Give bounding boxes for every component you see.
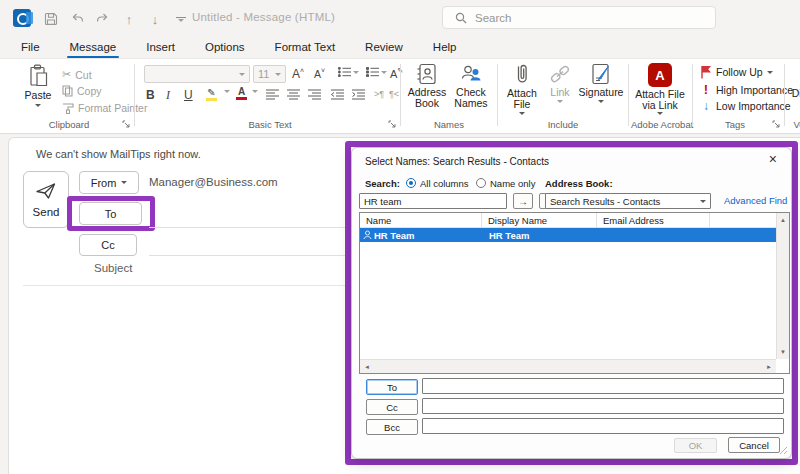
- align-right-button[interactable]: [308, 89, 321, 100]
- high-importance-button[interactable]: ! High Importance: [700, 82, 793, 97]
- dialog-to-button[interactable]: To: [366, 379, 418, 395]
- highlight-color-button[interactable]: ✎: [206, 87, 217, 101]
- dialog-cc-field[interactable]: [422, 398, 784, 414]
- address-book-button[interactable]: Address Book: [406, 63, 448, 109]
- copy-button[interactable]: Copy: [62, 85, 102, 97]
- scroll-down-icon[interactable]: ▼: [780, 349, 786, 355]
- column-header-email[interactable]: Email Address: [597, 213, 710, 227]
- signature-icon: [590, 63, 612, 85]
- subject-label: Subject: [94, 262, 132, 274]
- font-family-combo[interactable]: [144, 65, 250, 83]
- decrease-indent-button[interactable]: [331, 89, 344, 100]
- radio-all-columns-label: All columns: [420, 178, 469, 189]
- basic-text-group-label: Basic Text: [200, 119, 340, 130]
- resize-grip-icon[interactable]: [779, 446, 788, 455]
- numbering-button[interactable]: [366, 67, 387, 77]
- copy-icon: [62, 85, 73, 97]
- go-button[interactable]: →: [513, 193, 533, 209]
- customize-quick-access-icon[interactable]: [168, 10, 194, 28]
- shrink-font-button[interactable]: A˅: [314, 67, 325, 80]
- scroll-up-icon[interactable]: ▲: [780, 217, 786, 223]
- clipboard-dialog-launcher-icon[interactable]: [122, 120, 130, 128]
- increase-indent-button[interactable]: [352, 89, 365, 100]
- clear-formatting-button[interactable]: A✎: [390, 67, 403, 80]
- low-importance-icon: ↓: [700, 99, 712, 113]
- scroll-right-icon[interactable]: ►: [766, 364, 772, 370]
- to-field-underline: [149, 227, 346, 228]
- align-center-button[interactable]: [287, 89, 300, 100]
- cc-button[interactable]: Cc: [79, 234, 137, 256]
- dialog-bcc-field[interactable]: [422, 418, 784, 434]
- from-button[interactable]: From: [79, 171, 139, 194]
- radio-all-columns[interactable]: [406, 178, 416, 188]
- contact-name: HR Team: [374, 230, 482, 241]
- bold-button[interactable]: B: [146, 88, 155, 102]
- move-down-icon[interactable]: ↓: [142, 10, 168, 28]
- search-input[interactable]: Search: [442, 6, 716, 29]
- cc-field-underline: [149, 255, 346, 256]
- follow-up-button[interactable]: Follow Up: [700, 65, 773, 79]
- move-up-icon[interactable]: ↑: [116, 10, 142, 28]
- tab-format-text[interactable]: Format Text: [260, 36, 351, 58]
- check-names-button[interactable]: Check Names: [450, 63, 492, 109]
- vertical-scrollbar[interactable]: ▲ ▼: [776, 213, 789, 359]
- scroll-left-icon[interactable]: ◄: [364, 364, 370, 370]
- dialog-title: Select Names: Search Results - Contacts: [365, 156, 549, 167]
- signature-button[interactable]: Signature: [578, 63, 624, 103]
- acrobat-icon: A: [648, 63, 672, 87]
- contact-row-selected[interactable]: HR Team HR Team: [360, 228, 776, 242]
- tab-review[interactable]: Review: [350, 36, 418, 58]
- font-color-icon: A: [238, 87, 245, 97]
- cut-button[interactable]: ✂ Cut: [62, 68, 92, 81]
- attach-file-button[interactable]: Attach File: [502, 63, 542, 115]
- radio-name-only[interactable]: [476, 178, 486, 188]
- bullets-button[interactable]: [338, 67, 359, 77]
- paste-button[interactable]: Paste: [16, 64, 60, 107]
- underline-button[interactable]: U: [184, 88, 193, 102]
- advanced-find-link[interactable]: Advanced Find: [724, 195, 787, 206]
- font-size-combo[interactable]: 11: [253, 65, 286, 83]
- tab-file[interactable]: File: [6, 36, 55, 58]
- column-header-name[interactable]: Name: [360, 213, 482, 227]
- italic-button[interactable]: I: [166, 88, 170, 103]
- grow-font-button[interactable]: A˄: [292, 67, 304, 81]
- align-left-button[interactable]: [266, 89, 279, 100]
- dialog-bcc-button[interactable]: Bcc: [366, 419, 418, 435]
- undo-icon[interactable]: [64, 10, 90, 28]
- ltr-paragraph-icon[interactable]: >¶: [374, 89, 384, 99]
- tab-help[interactable]: Help: [418, 36, 472, 58]
- horizontal-scrollbar[interactable]: ◄ ►: [360, 359, 776, 373]
- cancel-button[interactable]: Cancel: [728, 437, 780, 453]
- column-header-display-name[interactable]: Display Name: [482, 213, 597, 227]
- dictate-button[interactable]: Dictate: [788, 63, 800, 99]
- tab-message[interactable]: Message: [55, 36, 132, 58]
- rtl-paragraph-icon[interactable]: ¶<: [389, 89, 399, 99]
- dialog-cc-button[interactable]: Cc: [366, 399, 418, 415]
- attach-file-via-link-button[interactable]: A Attach File via Link: [633, 63, 687, 115]
- save-icon[interactable]: [38, 10, 64, 28]
- address-book-select[interactable]: Search Results - Contacts: [545, 193, 711, 209]
- basic-text-dialog-launcher-icon[interactable]: [388, 120, 396, 128]
- title-bar: ↑ ↓ Untitled - Message (HTML) Search: [0, 0, 800, 36]
- contacts-list: Name Display Name Email Address HR Team …: [359, 212, 790, 374]
- search-icon: [455, 12, 467, 24]
- tab-options[interactable]: Options: [190, 36, 260, 58]
- contact-search-input[interactable]: HR team: [359, 193, 507, 209]
- to-button[interactable]: To: [79, 202, 142, 225]
- dialog-close-icon[interactable]: ×: [769, 152, 777, 166]
- decrease-indent-icon: [331, 89, 344, 100]
- address-book-icon: [416, 63, 438, 85]
- send-button[interactable]: Send: [23, 171, 69, 228]
- tags-dialog-launcher-icon[interactable]: [772, 120, 780, 128]
- ok-button[interactable]: OK: [674, 438, 717, 453]
- tab-insert[interactable]: Insert: [131, 36, 190, 58]
- voice-group-label: Voice: [780, 119, 800, 130]
- low-importance-button[interactable]: ↓ Low Importance: [700, 99, 791, 113]
- font-color-button[interactable]: A: [236, 87, 247, 100]
- link-button[interactable]: Link: [544, 63, 576, 103]
- highlighter-icon: ✎: [207, 87, 215, 98]
- redo-icon[interactable]: [90, 10, 116, 28]
- dialog-to-field[interactable]: [422, 378, 784, 394]
- from-address: Manager@Business.com: [149, 176, 278, 188]
- paperclip-icon: [513, 63, 531, 86]
